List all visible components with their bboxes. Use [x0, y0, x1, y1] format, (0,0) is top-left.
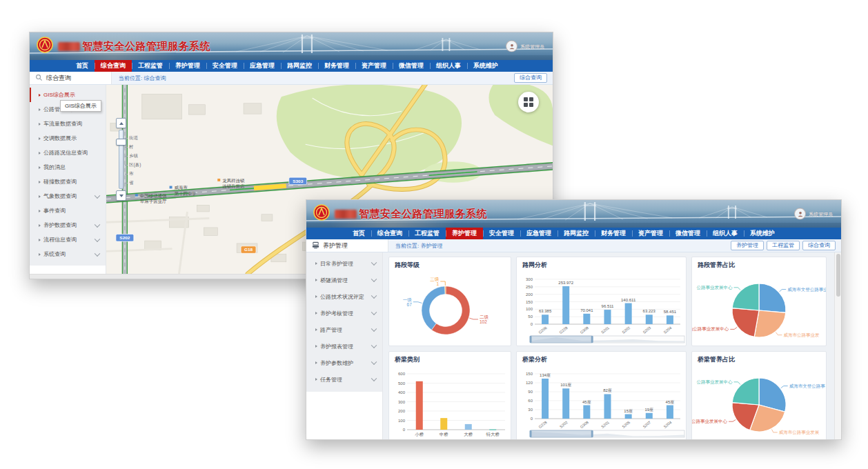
nav-item-8[interactable]: 财务管理 — [318, 60, 355, 72]
admin-badge[interactable]: 系统管理员 — [506, 41, 544, 52]
sidebar-item-5[interactable]: 路产管理 — [306, 321, 382, 338]
chart-2[interactable]: 05010015020025030063.385G206253.972G2287… — [517, 270, 686, 345]
nav-item-5[interactable]: 安全管理 — [206, 60, 244, 72]
sidebar-item-label: 公路技术状况评定 — [320, 293, 364, 301]
svg-text:150: 150 — [526, 372, 533, 376]
svg-text:102: 102 — [480, 319, 487, 324]
chart-4[interactable]: 0100200300400500600小桥中桥大桥特大桥 — [389, 365, 511, 439]
sidebar-item-label: 任务管理 — [320, 376, 342, 383]
nav-item-10[interactable]: 微信管理 — [669, 228, 707, 239]
nav-item-4[interactable]: 养护管理 — [169, 60, 206, 72]
sidebar-item-10[interactable]: 养护数据查询 — [30, 218, 106, 232]
sidebar-item-8[interactable]: 任务管理 — [306, 371, 382, 388]
svg-text:S202: S202 — [559, 420, 569, 429]
sidebar-item-12[interactable]: 系统查询 — [30, 247, 106, 261]
sidebar-item-label: 公路路况信息查询 — [43, 149, 88, 157]
admin-badge[interactable]: 系统管理员 — [794, 208, 833, 220]
quick-buttons: 养护管理工程监管综合查询 — [731, 239, 841, 252]
quick-button-1[interactable]: 综合查询 — [514, 73, 547, 83]
map-layers-grid-button[interactable] — [518, 92, 539, 112]
road-badge-s202: S202 — [119, 235, 130, 240]
sidebar-item-3[interactable]: 车流量数据查询 — [30, 117, 106, 131]
svg-text:70.041: 70.041 — [580, 308, 593, 312]
sidebar-item-4[interactable]: 养护考核管理 — [306, 305, 382, 321]
nav-item-3[interactable]: 工程监管 — [132, 60, 169, 72]
nav-item-11[interactable]: 组织人事 — [707, 228, 744, 239]
sidebar-item-6[interactable]: 养护报表管理 — [306, 338, 382, 355]
map-zoom-slider-handle[interactable] — [116, 139, 126, 146]
chart-5[interactable]: 0306090120150134座G228101座S20245座G30882座S… — [517, 365, 686, 439]
caret-icon — [315, 378, 317, 381]
dashboard-content: 路段等级二级102一级67三级1路网分析05010015020025030063… — [383, 252, 841, 439]
admin-badge-label: 系统管理员 — [520, 43, 544, 50]
sidebar-item-3[interactable]: 公路技术状况评定 — [306, 288, 382, 305]
sidebar-item-2[interactable]: 桥隧涵管理 — [306, 272, 382, 288]
nav-item-2[interactable]: 综合查询 — [95, 60, 132, 72]
window-maintenance-dashboard: 智慧安全公路管理服务系统 系统管理员 首页综合查询工程监管养护管理安全管理应急管… — [306, 199, 842, 440]
svg-text:60: 60 — [528, 399, 533, 403]
scrollbar[interactable] — [834, 252, 841, 439]
nav-item-10[interactable]: 微信管理 — [393, 60, 430, 72]
map-zoom-track[interactable]: 街道 村 乡镇 区(县) 市 省 — [119, 130, 124, 189]
sidebar-item-7[interactable]: 碰撞数据查询 — [30, 174, 106, 189]
sidebar-item-4[interactable]: 交调数据展示 — [30, 131, 106, 146]
chevron-down-icon — [371, 359, 377, 365]
sidebar-item-6[interactable]: 我的消息 — [30, 160, 106, 174]
nav-item-8[interactable]: 财务管理 — [595, 228, 632, 239]
chevron-down-icon — [371, 293, 377, 299]
chart-3[interactable]: 威海市文登公路事业(威海市公路事业发山公路事业发展中心公路事业发展中心 — [692, 270, 826, 345]
sidebar-item-11[interactable]: 流程信息查询 — [30, 232, 106, 247]
svg-text:二级: 二级 — [480, 315, 489, 319]
sidebar-item-1[interactable]: 日常养护管理 — [306, 255, 382, 272]
sidebar-header-label: 综合查询 — [46, 74, 71, 83]
nav-item-1[interactable]: 首页 — [70, 60, 95, 72]
svg-text:一级: 一级 — [403, 297, 413, 302]
sidebar-item-9[interactable]: 事件查询 — [30, 203, 106, 218]
caret-icon — [315, 345, 317, 348]
svg-text:45座: 45座 — [582, 399, 591, 404]
chart-6[interactable]: 威海市文登公路事威海市公路事业发展公路事业发展中心公路事业发展中心 — [692, 365, 826, 439]
quick-button-2[interactable]: 工程监管 — [767, 241, 800, 250]
panel-2: 路网分析05010015020025030063.385G206253.972G… — [516, 257, 687, 346]
nav-item-4[interactable]: 养护管理 — [446, 228, 483, 239]
poi-store: 龙凤祥连锁 — [222, 178, 245, 183]
caret-icon — [39, 152, 41, 154]
scrollbar-thumb[interactable] — [836, 254, 840, 297]
svg-text:101座: 101座 — [560, 382, 571, 387]
nav-item-6[interactable]: 应急管理 — [244, 60, 281, 72]
nav-item-2[interactable]: 综合查询 — [371, 228, 408, 239]
svg-text:威海市文登公路事业(: 威海市文登公路事业( — [787, 287, 826, 292]
svg-text:58.451: 58.451 — [664, 310, 677, 314]
chart-1[interactable]: 二级102一级67三级1 — [389, 270, 511, 345]
caret-icon — [315, 262, 317, 265]
nav-item-1[interactable]: 首页 — [346, 228, 371, 239]
map-zoom-out-button[interactable] — [116, 190, 126, 201]
svg-text:S203: S203 — [642, 326, 652, 335]
sidebar-item-7[interactable]: 养护参数维护 — [306, 355, 382, 371]
nav-item-12[interactable]: 系统维护 — [467, 60, 504, 72]
svg-text:草庙子营业厅: 草庙子营业厅 — [140, 199, 167, 205]
nav-item-9[interactable]: 资产管理 — [355, 60, 393, 72]
quick-button-3[interactable]: 综合查询 — [802, 241, 836, 250]
nav-item-5[interactable]: 安全管理 — [483, 228, 520, 239]
quick-button-1[interactable]: 养护管理 — [731, 241, 764, 250]
map-zoom-control: 街道 村 乡镇 区(县) 市 省 — [116, 118, 126, 201]
nav-item-11[interactable]: 组织人事 — [430, 60, 467, 72]
nav-item-9[interactable]: 资产管理 — [632, 228, 669, 239]
sidebar-item-8[interactable]: 气象数据查询 — [30, 189, 106, 203]
nav-item-7[interactable]: 路网监控 — [558, 228, 595, 239]
sidebar-item-label: 车流量数据查询 — [43, 120, 82, 128]
map-zoom-in-button[interactable] — [116, 118, 126, 128]
svg-text:96.511: 96.511 — [602, 304, 615, 308]
sidebar-item-label: 养护数据查询 — [43, 221, 77, 229]
gis-tooltip: GIS综合展示 — [60, 100, 101, 112]
nav-item-6[interactable]: 应急管理 — [520, 228, 558, 239]
sub-bar: 养护管理 当前位置: 养护管理 养护管理工程监管综合查询 — [306, 239, 841, 252]
nav-item-7[interactable]: 路网监控 — [281, 60, 318, 72]
svg-text:S201: S201 — [600, 326, 610, 335]
chart-grid: 路段等级二级102一级67三级1路网分析05010015020025030063… — [388, 257, 831, 439]
nav-item-3[interactable]: 工程监管 — [408, 228, 446, 239]
sidebar-item-5[interactable]: 公路路况信息查询 — [30, 146, 106, 160]
zoom-level-label: 街道 — [125, 135, 138, 141]
nav-item-12[interactable]: 系统维护 — [744, 228, 781, 239]
